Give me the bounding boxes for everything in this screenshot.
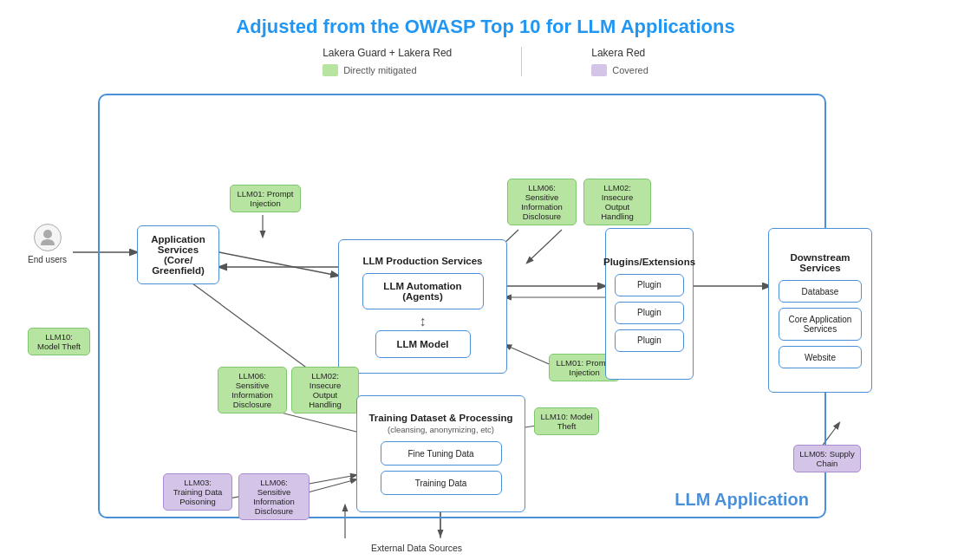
llm-app-label: LLM Application: [674, 490, 809, 510]
core-app-label: Core Application Services: [785, 315, 856, 334]
llm02-top-right-tag: LLM02: Insecure Output Handling: [583, 179, 651, 225]
plugin1-label: Plugin: [637, 280, 661, 290]
end-users-label: End users: [28, 255, 67, 264]
llm01-top-tag: LLM01: Prompt Injection: [230, 185, 301, 212]
legend-section2-title: Lakera Red: [591, 47, 645, 59]
arrow-down-icon: ↕: [420, 316, 427, 327]
website-box: Website: [779, 346, 862, 368]
llm05-tag: LLM05: Supply Chain: [793, 445, 861, 472]
core-app-box: Core Application Services: [779, 308, 862, 341]
green-color-swatch: [323, 64, 338, 76]
page-title: Adjusted from the OWASP Top 10 for LLM A…: [0, 0, 971, 47]
llm02-mid-left-tag: LLM02: Insecure Output Handling: [291, 367, 359, 413]
legend-section-2: Lakera Red Covered: [591, 47, 648, 76]
llm03-tag: LLM03: Training Data Poisoning: [163, 473, 232, 511]
legend-section1-title: Lakera Guard + Lakera Red: [323, 47, 452, 59]
user-icon: [34, 224, 62, 251]
plugin3-label: Plugin: [637, 335, 661, 345]
training-data-box: Training Data: [381, 471, 502, 495]
app-services-box: Application Services (Core/ Greenfield): [137, 225, 219, 284]
llm10-left-tag: LLM10: Model Theft: [28, 328, 90, 355]
fine-tuning-label: Fine Tuning Data: [407, 449, 473, 459]
llm-model-label: LLM Model: [396, 339, 448, 349]
llm-automation-box: LLM Automation (Agents): [362, 273, 484, 309]
llm-production-label: LLM Production Services: [362, 256, 482, 266]
plugins-label: Plugins/Extensions: [603, 257, 695, 267]
llm-production-box: LLM Production Services LLM Automation (…: [338, 239, 507, 374]
database-label: Database: [802, 287, 839, 296]
plugin3-box: Plugin: [615, 329, 684, 352]
plugin1-box: Plugin: [615, 274, 684, 296]
diagram-area: End users LLM10: Model Theft LLM Applica…: [16, 85, 955, 544]
plugin2-label: Plugin: [637, 308, 661, 317]
external-sources-label: External Data Sources: [371, 543, 462, 553]
downstream-box: Downstream Services Database Core Applic…: [768, 228, 872, 393]
plugins-box: Plugins/Extensions Plugin Plugin Plugin: [605, 228, 694, 380]
training-dataset-sub: (cleansing, anonymizing, etc): [388, 425, 494, 434]
llm-model-box: LLM Model: [375, 330, 471, 358]
llm06-mid-left-tag: LLM06: Sensitive Information Disclosure: [218, 367, 287, 413]
legend-item-green: Directly mitigated: [323, 64, 416, 76]
purple-color-swatch: [591, 64, 607, 76]
plugin2-box: Plugin: [615, 302, 684, 324]
training-dataset-label: Training Dataset & Processing: [368, 413, 512, 423]
database-box: Database: [779, 280, 862, 303]
downstream-label: Downstream Services: [774, 252, 866, 273]
fine-tuning-box: Fine Tuning Data: [381, 441, 502, 466]
legend-section-1: Lakera Guard + Lakera Red Directly mitig…: [323, 47, 452, 76]
legend-label-covered: Covered: [612, 65, 648, 75]
svg-point-21: [43, 230, 52, 238]
training-data-label: Training Data: [415, 479, 467, 488]
training-dataset-box: Training Dataset & Processing (cleansing…: [356, 395, 525, 512]
llm06-bottom-tag: LLM06: Sensitive Information Disclosure: [238, 473, 310, 520]
app-services-label: Application Services (Core/ Greenfield): [143, 234, 213, 276]
llm-automation-label: LLM Automation (Agents): [368, 281, 478, 302]
llm06-top-right-tag: LLM06: Sensitive Information Disclosure: [507, 179, 577, 225]
llm10-mid-right-tag: LLM10: Model Theft: [534, 407, 599, 435]
legend-item-purple: Covered: [591, 64, 648, 76]
legend-label-mitigated: Directly mitigated: [343, 65, 416, 75]
legend: Lakera Guard + Lakera Red Directly mitig…: [0, 47, 971, 76]
end-users-area: End users: [28, 224, 67, 264]
website-label: Website: [805, 353, 836, 362]
legend-divider: [521, 47, 522, 76]
